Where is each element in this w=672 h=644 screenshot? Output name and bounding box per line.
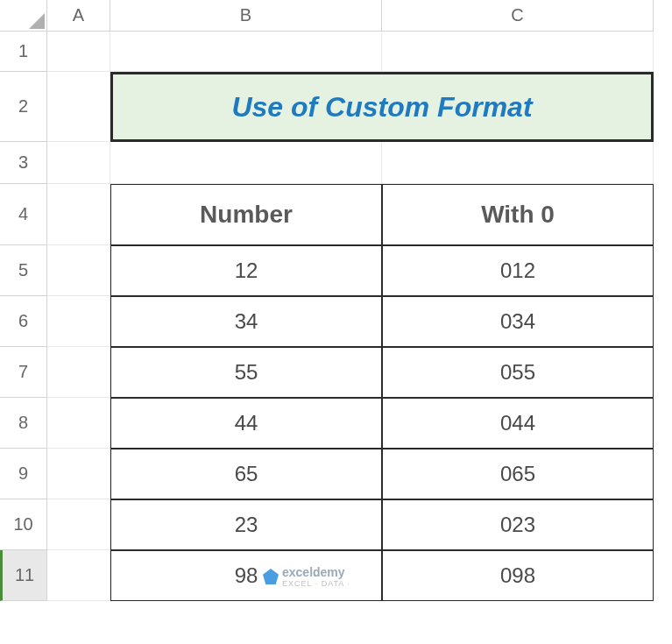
cell-A9[interactable]	[47, 449, 110, 499]
table-row[interactable]: 23	[110, 499, 382, 550]
table-row[interactable]: 12	[110, 245, 382, 296]
table-row[interactable]: 34	[110, 296, 382, 347]
row-head-9[interactable]: 9	[0, 449, 47, 499]
cell-A1[interactable]	[47, 32, 110, 72]
table-row[interactable]: 012	[382, 245, 654, 296]
row-head-4[interactable]: 4	[0, 184, 47, 245]
row-head-1[interactable]: 1	[0, 32, 47, 72]
cell-A2[interactable]	[47, 72, 110, 142]
table-row[interactable]: 055	[382, 347, 654, 398]
cell-A8[interactable]	[47, 398, 110, 449]
cell-C3[interactable]	[382, 142, 654, 184]
table-row[interactable]: 023	[382, 499, 654, 550]
watermark-icon	[263, 569, 279, 584]
watermark-brand: exceldemy	[282, 565, 350, 579]
table-row[interactable]: 65	[110, 449, 382, 499]
cell-B3[interactable]	[110, 142, 382, 184]
row-head-3[interactable]: 3	[0, 142, 47, 184]
select-all-triangle[interactable]	[0, 0, 47, 32]
cell-A7[interactable]	[47, 347, 110, 398]
cell-A3[interactable]	[47, 142, 110, 184]
row-head-8[interactable]: 8	[0, 398, 47, 449]
row-head-10[interactable]: 10	[0, 499, 47, 550]
watermark: exceldemy EXCEL · DATA ·	[263, 565, 350, 588]
row-head-11[interactable]: 11	[0, 550, 47, 601]
table-row[interactable]: 55	[110, 347, 382, 398]
row-head-5[interactable]: 5	[0, 245, 47, 296]
table-row[interactable]: 44	[110, 398, 382, 449]
table-header-number[interactable]: Number	[110, 184, 382, 245]
watermark-sub: EXCEL · DATA ·	[282, 579, 350, 588]
col-head-C[interactable]: C	[382, 0, 654, 32]
table-row[interactable]: 044	[382, 398, 654, 449]
table-row[interactable]: 098	[382, 550, 654, 601]
table-header-with0[interactable]: With 0	[382, 184, 654, 245]
cell-A5[interactable]	[47, 245, 110, 296]
row-head-7[interactable]: 7	[0, 347, 47, 398]
table-row[interactable]: 065	[382, 449, 654, 499]
col-head-B[interactable]: B	[110, 0, 382, 32]
cell-A6[interactable]	[47, 296, 110, 347]
table-row[interactable]: 034	[382, 296, 654, 347]
spreadsheet-grid: A B C 1 2 Use of Custom Format 3 4 Numbe…	[0, 0, 672, 601]
col-head-A[interactable]: A	[47, 0, 110, 32]
cell-A11[interactable]	[47, 550, 110, 601]
title-merged-cell[interactable]: Use of Custom Format	[110, 72, 654, 142]
row-head-2[interactable]: 2	[0, 72, 47, 142]
cell-C1[interactable]	[382, 32, 654, 72]
cell-A10[interactable]	[47, 499, 110, 550]
row-head-6[interactable]: 6	[0, 296, 47, 347]
cell-A4[interactable]	[47, 184, 110, 245]
cell-B1[interactable]	[110, 32, 382, 72]
